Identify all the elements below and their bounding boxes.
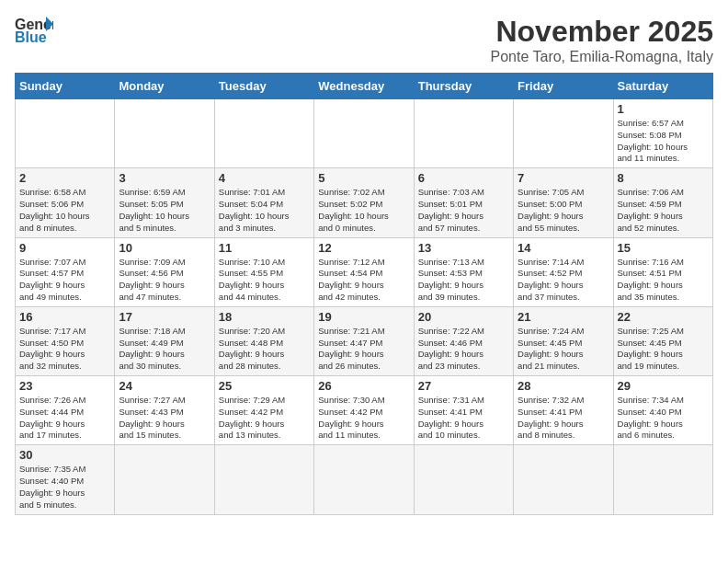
calendar-week-4: 16Sunrise: 7:17 AM Sunset: 4:50 PM Dayli… [16,306,713,375]
day-number: 17 [119,310,210,324]
weekday-header-row: SundayMondayTuesdayWednesdayThursdayFrid… [16,74,713,99]
calendar-cell: 22Sunrise: 7:25 AM Sunset: 4:45 PM Dayli… [613,306,712,375]
calendar-week-5: 23Sunrise: 7:26 AM Sunset: 4:44 PM Dayli… [16,376,713,445]
weekday-sunday: Sunday [16,74,115,99]
weekday-wednesday: Wednesday [314,74,414,99]
calendar-cell [414,445,513,514]
calendar-table: SundayMondayTuesdayWednesdayThursdayFrid… [15,73,713,515]
calendar-week-2: 2Sunrise: 6:58 AM Sunset: 5:06 PM Daylig… [16,168,713,237]
weekday-friday: Friday [514,74,613,99]
day-info: Sunrise: 7:06 AM Sunset: 4:59 PM Dayligh… [618,187,709,234]
day-number: 4 [219,171,310,185]
day-info: Sunrise: 7:20 AM Sunset: 4:48 PM Dayligh… [219,326,310,373]
day-info: Sunrise: 7:09 AM Sunset: 4:56 PM Dayligh… [119,257,210,304]
calendar-cell [314,445,414,514]
calendar-cell: 27Sunrise: 7:31 AM Sunset: 4:41 PM Dayli… [414,376,513,445]
day-number: 25 [219,379,310,393]
day-number: 13 [418,241,509,255]
header: General Blue November 2025 Ponte Taro, E… [15,15,713,65]
day-number: 27 [418,379,509,393]
calendar-cell [414,99,513,168]
calendar-cell: 11Sunrise: 7:10 AM Sunset: 4:55 PM Dayli… [214,237,313,306]
day-number: 10 [119,241,210,255]
calendar-cell: 14Sunrise: 7:14 AM Sunset: 4:52 PM Dayli… [514,237,613,306]
calendar-cell: 21Sunrise: 7:24 AM Sunset: 4:45 PM Dayli… [514,306,613,375]
calendar-cell [514,445,613,514]
day-number: 7 [518,171,609,185]
day-number: 20 [418,310,509,324]
day-info: Sunrise: 7:22 AM Sunset: 4:46 PM Dayligh… [418,326,509,373]
day-info: Sunrise: 7:25 AM Sunset: 4:45 PM Dayligh… [618,326,709,373]
calendar-cell: 26Sunrise: 7:30 AM Sunset: 4:42 PM Dayli… [314,376,414,445]
calendar-week-1: 1Sunrise: 6:57 AM Sunset: 5:08 PM Daylig… [16,99,713,168]
day-number: 14 [518,241,609,255]
day-info: Sunrise: 7:10 AM Sunset: 4:55 PM Dayligh… [219,257,310,304]
day-number: 3 [119,171,210,185]
calendar-cell: 1Sunrise: 6:57 AM Sunset: 5:08 PM Daylig… [613,99,712,168]
calendar-cell [115,445,214,514]
day-info: Sunrise: 7:30 AM Sunset: 4:42 PM Dayligh… [318,395,409,442]
day-info: Sunrise: 7:35 AM Sunset: 4:40 PM Dayligh… [19,464,110,511]
general-blue-logo-svg: General Blue [15,15,53,48]
calendar-cell: 25Sunrise: 7:29 AM Sunset: 4:42 PM Dayli… [214,376,313,445]
svg-text:Blue: Blue [15,29,47,45]
calendar-week-6: 30Sunrise: 7:35 AM Sunset: 4:40 PM Dayli… [16,445,713,514]
weekday-monday: Monday [115,74,214,99]
day-number: 24 [119,379,210,393]
calendar-cell [115,99,214,168]
day-info: Sunrise: 7:31 AM Sunset: 4:41 PM Dayligh… [418,395,509,442]
calendar-cell: 5Sunrise: 7:02 AM Sunset: 5:02 PM Daylig… [314,168,414,237]
calendar-cell: 28Sunrise: 7:32 AM Sunset: 4:41 PM Dayli… [514,376,613,445]
calendar-title: November 2025 [491,15,713,49]
day-number: 9 [19,241,110,255]
logo: General Blue [15,15,53,48]
day-number: 8 [618,171,709,185]
day-number: 18 [219,310,310,324]
weekday-tuesday: Tuesday [214,74,313,99]
calendar-cell [314,99,414,168]
day-number: 6 [418,171,509,185]
day-number: 16 [19,310,110,324]
day-number: 12 [318,241,409,255]
calendar-cell: 2Sunrise: 6:58 AM Sunset: 5:06 PM Daylig… [16,168,115,237]
day-info: Sunrise: 7:21 AM Sunset: 4:47 PM Dayligh… [318,326,409,373]
calendar-cell: 23Sunrise: 7:26 AM Sunset: 4:44 PM Dayli… [16,376,115,445]
title-block: November 2025 Ponte Taro, Emilia-Romagna… [491,15,713,65]
calendar-cell: 12Sunrise: 7:12 AM Sunset: 4:54 PM Dayli… [314,237,414,306]
day-info: Sunrise: 7:24 AM Sunset: 4:45 PM Dayligh… [518,326,609,373]
day-info: Sunrise: 7:14 AM Sunset: 4:52 PM Dayligh… [518,257,609,304]
day-info: Sunrise: 6:58 AM Sunset: 5:06 PM Dayligh… [19,187,110,234]
day-info: Sunrise: 7:29 AM Sunset: 4:42 PM Dayligh… [219,395,310,442]
calendar-cell: 15Sunrise: 7:16 AM Sunset: 4:51 PM Dayli… [613,237,712,306]
calendar-cell: 16Sunrise: 7:17 AM Sunset: 4:50 PM Dayli… [16,306,115,375]
day-info: Sunrise: 7:03 AM Sunset: 5:01 PM Dayligh… [418,187,509,234]
weekday-saturday: Saturday [613,74,712,99]
day-info: Sunrise: 7:27 AM Sunset: 4:43 PM Dayligh… [119,395,210,442]
calendar-cell: 29Sunrise: 7:34 AM Sunset: 4:40 PM Dayli… [613,376,712,445]
day-info: Sunrise: 7:01 AM Sunset: 5:04 PM Dayligh… [219,187,310,234]
day-number: 23 [19,379,110,393]
calendar-cell: 9Sunrise: 7:07 AM Sunset: 4:57 PM Daylig… [16,237,115,306]
day-number: 15 [618,241,709,255]
calendar-cell: 8Sunrise: 7:06 AM Sunset: 4:59 PM Daylig… [613,168,712,237]
day-info: Sunrise: 7:18 AM Sunset: 4:49 PM Dayligh… [119,326,210,373]
day-info: Sunrise: 7:26 AM Sunset: 4:44 PM Dayligh… [19,395,110,442]
calendar-cell: 19Sunrise: 7:21 AM Sunset: 4:47 PM Dayli… [314,306,414,375]
day-number: 19 [318,310,409,324]
calendar-cell [214,99,313,168]
day-info: Sunrise: 7:12 AM Sunset: 4:54 PM Dayligh… [318,257,409,304]
day-number: 11 [219,241,310,255]
day-number: 1 [618,102,709,116]
calendar-cell [514,99,613,168]
calendar-cell: 7Sunrise: 7:05 AM Sunset: 5:00 PM Daylig… [514,168,613,237]
calendar-cell: 30Sunrise: 7:35 AM Sunset: 4:40 PM Dayli… [16,445,115,514]
day-number: 21 [518,310,609,324]
calendar-cell: 4Sunrise: 7:01 AM Sunset: 5:04 PM Daylig… [214,168,313,237]
calendar-cell: 24Sunrise: 7:27 AM Sunset: 4:43 PM Dayli… [115,376,214,445]
calendar-week-3: 9Sunrise: 7:07 AM Sunset: 4:57 PM Daylig… [16,237,713,306]
calendar-cell: 3Sunrise: 6:59 AM Sunset: 5:05 PM Daylig… [115,168,214,237]
calendar-cell: 13Sunrise: 7:13 AM Sunset: 4:53 PM Dayli… [414,237,513,306]
day-number: 2 [19,171,110,185]
logo-icon: General Blue [15,15,53,48]
calendar-cell: 10Sunrise: 7:09 AM Sunset: 4:56 PM Dayli… [115,237,214,306]
